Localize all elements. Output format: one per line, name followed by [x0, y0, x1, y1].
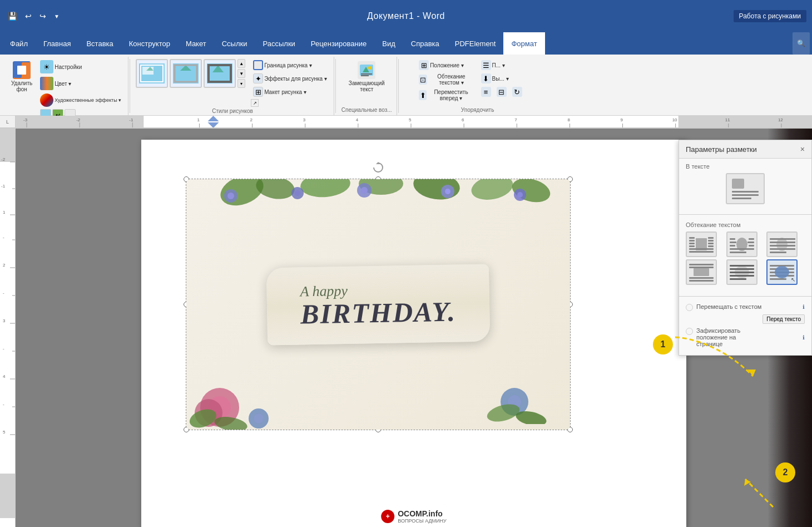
svg-rect-115 — [708, 243, 714, 244]
svg-text:-1: -1 — [1, 184, 6, 189]
art-effects-button[interactable]: Художественные эффекты ▾ — [38, 92, 123, 108]
redo-icon[interactable]: ↪ — [37, 9, 48, 23]
picture-border-button[interactable]: Граница рисунка ▾ — [251, 59, 329, 71]
remove-bg-button[interactable]: Удалитьфон — [8, 59, 36, 95]
card-text-birthday: BIRTHDAY. — [300, 297, 456, 328]
align-button[interactable]: ≡ — [479, 86, 493, 98]
svg-text:3: 3 — [303, 117, 306, 122]
panel-close-button[interactable]: × — [800, 145, 805, 154]
undo-icon[interactable]: ↩ — [23, 9, 34, 23]
menu-pdf[interactable]: PDFElement — [447, 32, 504, 55]
wrap-tight-option[interactable] — [726, 232, 757, 257]
picture-layout-button[interactable]: ⊞ Макет рисунка ▾ — [251, 86, 329, 98]
svg-text:4: 4 — [3, 374, 6, 379]
pic-style-3[interactable] — [204, 59, 236, 88]
styles-scroll-up[interactable]: ▲ — [237, 59, 245, 68]
picture-styles-content: ▲ ▼ ▾ Граница рисунка ▾ ✦ Эффекты для ри… — [136, 57, 329, 107]
ruler-corner: L — [0, 116, 16, 128]
svg-rect-138 — [689, 277, 714, 279]
radio-text-1: Перемещать с текстом ℹ — [696, 303, 805, 310]
picture-effects-button[interactable]: ✦ Эффекты для рисунка ▾ — [251, 72, 329, 85]
svg-point-79 — [299, 179, 351, 199]
menu-references[interactable]: Ссылки — [214, 32, 255, 55]
wrap-through-option[interactable] — [766, 232, 798, 257]
pane-button[interactable]: ☰ П... ▾ — [479, 59, 538, 71]
fix-position-info[interactable]: ℹ — [803, 334, 805, 341]
art-effects-icon — [40, 93, 53, 107]
menu-home[interactable]: Главная — [36, 32, 78, 55]
menu-mailings[interactable]: Рассылки — [255, 32, 303, 55]
menu-design[interactable]: Конструктор — [121, 32, 178, 55]
quick-access-toolbar: 💾 ↩ ↪ ▼ — [6, 9, 62, 23]
svg-rect-114 — [689, 243, 695, 244]
wrap-text-button[interactable]: ⊡ Обтекание текстом ▾ — [417, 72, 476, 87]
pic-style-2[interactable] — [170, 59, 202, 88]
menu-review[interactable]: Рецензирование — [303, 32, 374, 55]
svg-rect-133 — [770, 248, 795, 250]
svg-text:1: 1 — [3, 210, 6, 215]
svg-rect-107 — [732, 194, 759, 196]
svg-text:6: 6 — [462, 117, 464, 122]
inline-layout-option[interactable] — [726, 173, 765, 204]
rotate-button[interactable]: ↻ — [510, 86, 524, 98]
panel-separator-1 — [679, 214, 811, 215]
svg-text:2: 2 — [3, 263, 6, 268]
rotate-handle[interactable] — [373, 162, 384, 176]
ribbon-group-change-content: Удалитьфон ☀ Настройки Цвет ▾ Художестве… — [8, 57, 123, 120]
wrap-square-option[interactable] — [686, 232, 717, 257]
send-back-label: Вы... ▾ — [492, 76, 509, 82]
svg-rect-128 — [730, 252, 746, 253]
pic-style-1[interactable] — [136, 59, 168, 88]
wrap-behind-option[interactable] — [726, 259, 757, 285]
wrap-topbottom-option[interactable] — [686, 259, 717, 285]
arrange-content: ⊞ Положение ▾ ⊡ Обтекание текстом ▾ ⬆ Пе… — [417, 57, 538, 106]
menu-file[interactable]: Файл — [2, 32, 36, 55]
group-icon: ⊟ — [497, 87, 507, 97]
svg-text:5: 5 — [409, 117, 412, 122]
send-back-button[interactable]: ⬇ Вы... ▾ — [479, 72, 538, 85]
image-container[interactable]: A happy BIRTHDAY. — [186, 179, 571, 430]
svg-point-91 — [445, 189, 450, 194]
menu-layout[interactable]: Макет — [178, 32, 214, 55]
alt-text-button[interactable]: Замещающийтекст — [345, 59, 388, 95]
svg-marker-27 — [207, 122, 219, 128]
position-button[interactable]: ⊞ Положение ▾ — [417, 59, 476, 71]
svg-point-100 — [254, 413, 264, 423]
menu-format[interactable]: Формат — [503, 32, 544, 55]
selection-border: A happy BIRTHDAY. — [186, 179, 571, 430]
svg-rect-134 — [770, 252, 786, 253]
group-button[interactable]: ⊟ — [494, 86, 509, 98]
expand-group-icon[interactable]: ↗ — [251, 99, 259, 107]
corrections-button[interactable]: ☀ Настройки — [38, 59, 123, 75]
svg-rect-124 — [747, 242, 754, 243]
svg-rect-135 — [694, 268, 709, 276]
svg-rect-126 — [749, 245, 754, 247]
menu-insert[interactable]: Вставка — [78, 32, 121, 55]
color-button[interactable]: Цвет ▾ — [38, 76, 123, 91]
callout-2-number: 2 — [783, 467, 788, 477]
styles-expand[interactable]: ▾ — [237, 79, 245, 88]
pane-label: П... ▾ — [492, 62, 505, 68]
align-icon: ≡ — [481, 87, 491, 97]
move-with-text-radio[interactable] — [686, 304, 693, 311]
svg-text:-: - — [3, 290, 4, 295]
customize-qa-icon[interactable]: ▼ — [52, 11, 62, 22]
pic-styles-gallery: ▲ ▼ ▾ — [136, 59, 245, 88]
search-box[interactable]: 🔍 — [793, 32, 810, 55]
wrap-front-option[interactable]: ↖ — [766, 259, 798, 285]
layout-icon: ⊞ — [253, 87, 263, 97]
svg-text:-: - — [3, 346, 4, 351]
save-icon[interactable]: 💾 — [6, 9, 19, 23]
layout-label: Макет рисунка ▾ — [264, 89, 306, 95]
styles-scroll-down[interactable]: ▼ — [237, 69, 245, 78]
title-bar: 💾 ↩ ↪ ▼ Документ1 - Word Работа с рисунк… — [0, 0, 812, 32]
menu-view[interactable]: Вид — [374, 32, 403, 55]
bring-forward-button[interactable]: ⬆ Переместить вперед ▾ — [417, 88, 476, 102]
move-with-text-info[interactable]: ℹ — [803, 304, 805, 310]
svg-rect-143 — [730, 272, 754, 273]
menu-help[interactable]: Справка — [403, 32, 447, 55]
remove-bg-label: Удалитьфон — [11, 80, 32, 92]
horizontal-ruler: -3 -2 -1 1 2 3 4 5 6 — [16, 116, 812, 128]
panel-title: Параметры разметки — [686, 145, 757, 154]
svg-rect-53 — [0, 474, 16, 518]
